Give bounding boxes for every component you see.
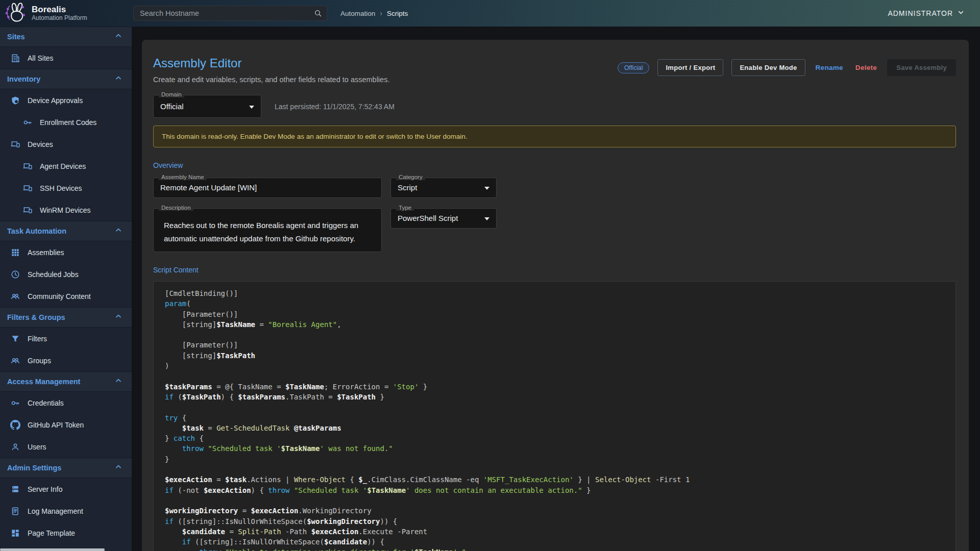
overview-section-label: Overview: [153, 161, 956, 169]
devices-icon: [22, 161, 33, 171]
sidebar-item-label: Server Info: [28, 485, 62, 493]
sidebar-section-admin-settings[interactable]: Admin Settings: [0, 458, 132, 478]
sidebar-item-device-approvals[interactable]: Device Approvals: [0, 89, 132, 111]
user-menu[interactable]: ADMINISTRATOR: [888, 9, 965, 18]
brand-tagline: Automation Platform: [32, 14, 87, 21]
sidebar-item-all-sites[interactable]: All Sites: [0, 47, 132, 69]
sidebar-item-label: Agent Devices: [40, 162, 86, 170]
sidebar-section-label: Task Automation: [7, 227, 66, 235]
sidebar-horizontal-scrollbar[interactable]: [0, 548, 105, 551]
domain-select-value: Official: [160, 102, 184, 111]
sidebar-item-credentials[interactable]: Credentials: [0, 392, 132, 414]
sidebar-section-sites[interactable]: Sites: [0, 27, 132, 47]
category-select[interactable]: Category Script: [390, 178, 497, 198]
description-value: Reaches out to the remote Borealis agent…: [164, 219, 373, 245]
devices-icon: [22, 183, 33, 193]
script-editor[interactable]: [CmdletBinding()]param( [Parameter()] [s…: [153, 281, 956, 551]
code-line: [string]$TaskName = "Borealis Agent",: [165, 319, 946, 330]
import-export-button[interactable]: Import / Export: [657, 59, 723, 76]
sidebar-item-label: SSH Devices: [40, 184, 82, 192]
code-line: }: [165, 454, 946, 464]
github-icon: [10, 420, 20, 430]
sidebar-item-label: Assemblies: [28, 248, 64, 257]
sidebar-section-task-automation[interactable]: Task Automation: [0, 221, 132, 241]
sidebar-item-winrm-devices[interactable]: WinRM Devices: [0, 199, 132, 221]
sidebar-section-label: Access Management: [7, 378, 80, 386]
search-input[interactable]: [133, 6, 327, 21]
building-icon: [10, 53, 20, 63]
sidebar-item-label: Page Template: [28, 529, 75, 537]
chevron-up-icon: [114, 32, 122, 42]
sidebar-item-label: Users: [28, 443, 46, 451]
user-menu-label: ADMINISTRATOR: [888, 9, 953, 17]
rename-button[interactable]: Rename: [814, 60, 845, 76]
sidebar-section-access-management[interactable]: Access Management: [0, 371, 132, 392]
code-line: [165, 330, 946, 340]
sidebar-item-server-info[interactable]: Server Info: [0, 478, 132, 500]
assembly-name-label: Assembly Name: [159, 174, 207, 180]
domain-select[interactable]: Domain Official: [153, 95, 261, 118]
sidebar-section-inventory[interactable]: Inventory: [0, 69, 132, 89]
code-line: if ([string]::IsNullOrWhiteSpace($candid…: [165, 537, 946, 547]
header-actions: Official Import / Export Enable Dev Mode…: [618, 59, 956, 76]
sidebar-item-label: Log Management: [28, 507, 83, 515]
sidebar-item-label: WinRM Devices: [40, 206, 91, 214]
sidebar-item-scheduled-jobs[interactable]: Scheduled Jobs: [0, 263, 132, 285]
sidebar-section-filters-groups[interactable]: Filters & Groups: [0, 307, 132, 328]
sidebar-item-github-api-token[interactable]: GitHub API Token: [0, 414, 132, 436]
type-select-value: PowerShell Script: [398, 214, 458, 222]
chevron-down-icon: [957, 9, 965, 18]
assembly-name-value: Remote Agent Update [WIN]: [160, 183, 257, 192]
sidebar-item-label: All Sites: [28, 54, 54, 62]
code-line: throw "Scheduled task '$TaskName' was no…: [165, 443, 946, 454]
devices-icon: [22, 205, 33, 215]
description-field[interactable]: Description Reaches out to the remote Bo…: [153, 208, 382, 252]
official-domain-badge: Official: [618, 62, 649, 73]
layout-icon: [10, 528, 20, 538]
breadcrumb-scripts[interactable]: Scripts: [387, 10, 408, 17]
chevron-up-icon: [114, 377, 122, 387]
type-select-label: Type: [396, 205, 414, 211]
sidebar-item-filters[interactable]: Filters: [0, 328, 132, 349]
code-line: [165, 464, 946, 474]
sidebar-section-label: Inventory: [7, 75, 40, 83]
app-header: Borealis Automation Platform Automation …: [0, 0, 980, 27]
code-line: [165, 402, 946, 412]
code-line: [165, 495, 946, 506]
sidebar-item-groups[interactable]: Groups: [0, 349, 132, 371]
key-icon: [10, 398, 20, 408]
breadcrumb-separator-icon: ›: [380, 9, 382, 17]
delete-button[interactable]: Delete: [853, 60, 879, 76]
sidebar-item-community-content[interactable]: Community Content: [0, 285, 132, 307]
chevron-up-icon: [114, 312, 122, 322]
enable-dev-mode-button[interactable]: Enable Dev Mode: [731, 59, 805, 76]
sidebar-item-users[interactable]: Users: [0, 436, 132, 458]
code-line: ): [165, 361, 946, 371]
sidebar-item-label: Filters: [28, 335, 47, 343]
code-line: if (-not $execAction) { throw "Scheduled…: [165, 485, 946, 495]
sidebar-item-page-template[interactable]: Page Template: [0, 522, 132, 544]
log-icon: [10, 506, 20, 516]
sidebar-item-enrollment-codes[interactable]: Enrollment Codes: [0, 111, 132, 133]
code-line: try {: [165, 413, 946, 423]
grid-icon: [10, 247, 20, 258]
code-line: $workingDirectory = $execAction.WorkingD…: [165, 506, 946, 516]
sidebar-item-agent-devices[interactable]: Agent Devices: [0, 155, 132, 177]
dropdown-caret-icon: [484, 183, 490, 192]
sidebar-item-label: Device Approvals: [28, 96, 83, 105]
sidebar-item-ssh-devices[interactable]: SSH Devices: [0, 177, 132, 199]
sidebar-item-label: Enrollment Codes: [40, 118, 96, 127]
code-line: if ([string]::IsNullOrWhiteSpace($workin…: [165, 516, 946, 527]
breadcrumb-automation[interactable]: Automation: [340, 10, 375, 17]
assembly-name-field[interactable]: Assembly Name Remote Agent Update [WIN]: [153, 178, 382, 198]
code-line: $task = Get-ScheduledTask @taskParams: [165, 423, 946, 433]
sidebar-item-assemblies[interactable]: Assemblies: [0, 241, 132, 263]
save-assembly-button[interactable]: Save Assembly: [887, 59, 956, 76]
people-icon: [10, 356, 20, 366]
type-select[interactable]: Type PowerShell Script: [390, 208, 497, 229]
brand-name: Borealis: [32, 5, 87, 15]
sidebar-item-log-management[interactable]: Log Management: [0, 500, 132, 522]
read-only-warning-banner: This domain is read-only. Enable Dev Mod…: [153, 126, 956, 147]
sidebar-item-devices[interactable]: Devices: [0, 133, 132, 155]
code-line: $execAction = $task.Actions | Where-Obje…: [165, 474, 946, 485]
